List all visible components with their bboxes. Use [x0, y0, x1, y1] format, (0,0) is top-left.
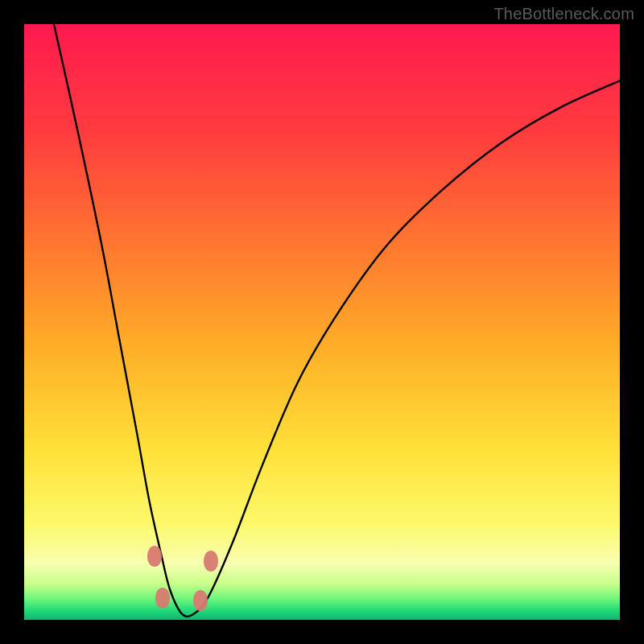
- marker-right-upper: [204, 551, 218, 572]
- bottleneck-curve: [24, 24, 620, 620]
- marker-right-lower: [193, 590, 208, 611]
- marker-left-upper: [147, 546, 162, 567]
- watermark-text: TheBottleneck.com: [493, 5, 634, 23]
- marker-left-lower: [155, 588, 170, 609]
- chart-frame: TheBottleneck.com: [0, 0, 644, 644]
- plot-area: [24, 24, 620, 620]
